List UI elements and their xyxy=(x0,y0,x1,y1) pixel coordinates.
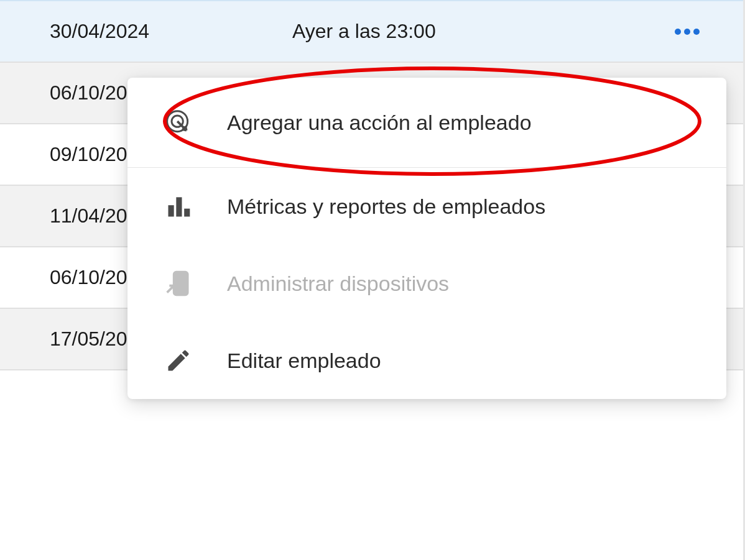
date-cell: 30/04/2024 xyxy=(50,20,292,43)
menu-item-label: Editar empleado xyxy=(227,349,381,373)
time-cell: Ayer a las 23:00 xyxy=(292,20,656,43)
device-shortcut-icon xyxy=(165,270,202,297)
menu-item-label: Agregar una acción al empleado xyxy=(227,111,532,135)
menu-item-edit-employee[interactable]: Editar empleado xyxy=(127,322,726,399)
svg-rect-5 xyxy=(174,272,188,295)
table-row[interactable]: 30/04/2024 Ayer a las 23:00 xyxy=(0,0,743,63)
row-actions-button[interactable] xyxy=(656,29,718,35)
menu-item-metrics[interactable]: Métricas y reportes de empleados xyxy=(127,168,726,245)
svg-rect-3 xyxy=(176,197,182,216)
more-icon xyxy=(675,29,700,35)
context-menu: Agregar una acción al empleado Métricas … xyxy=(127,78,726,399)
menu-item-label: Métricas y reportes de empleados xyxy=(227,195,545,219)
menu-item-manage-devices: Administrar dispositivos xyxy=(127,245,726,322)
pencil-icon xyxy=(165,347,202,374)
svg-rect-2 xyxy=(169,205,174,216)
bar-chart-icon xyxy=(165,193,202,220)
menu-item-add-action[interactable]: Agregar una acción al empleado xyxy=(127,78,726,167)
target-click-icon xyxy=(165,109,202,136)
svg-rect-4 xyxy=(184,209,190,217)
menu-item-label: Administrar dispositivos xyxy=(227,272,449,296)
